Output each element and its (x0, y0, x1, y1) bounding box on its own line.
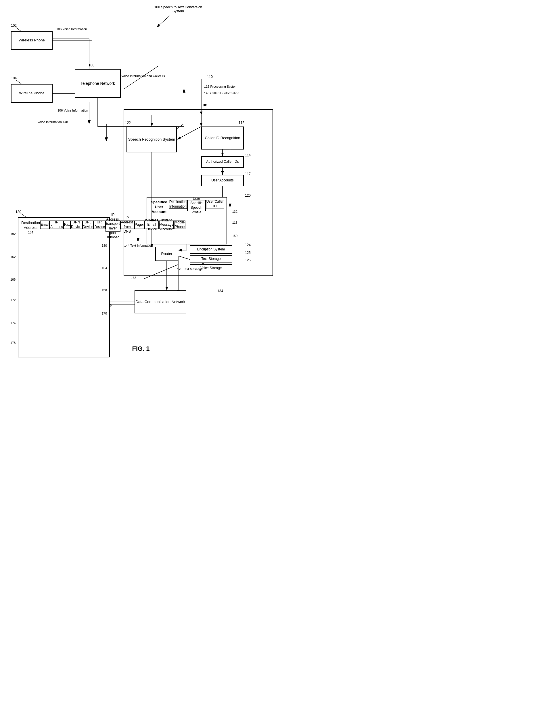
ref-117: 117 (245, 172, 251, 176)
ref-125: 125 (245, 251, 251, 255)
caller-id-recognition-box: Caller ID Recognition (201, 127, 244, 150)
svg-line-23 (21, 213, 26, 217)
ref-112: 112 (239, 121, 244, 125)
authorized-caller-ids-box: Authorized Caller IDs (201, 156, 244, 168)
data-communication-network-box: Data Communication Network (135, 290, 186, 313)
ref-122: 122 (125, 121, 131, 125)
ref-126: 126 (245, 258, 251, 262)
ref-118: 118 (232, 221, 237, 225)
ref-182: 182 (10, 232, 16, 236)
voice-info-caller-id-label: Voice Information and Caller ID (121, 74, 165, 78)
ref-130: 130 (16, 210, 21, 214)
ip-dns-box: IP Address from DNS (120, 221, 134, 229)
urn-device-box: URN Device (70, 221, 82, 229)
pager-box: Pager (134, 221, 145, 229)
ip-address-box: IP Address (50, 221, 64, 229)
encription-system-box: Encription System (190, 245, 232, 254)
router-box: Router (155, 247, 178, 261)
ref-134: 134 (217, 289, 223, 293)
mobile-phone-box: Mobile Phone (174, 221, 185, 229)
ref-124: 124 (245, 243, 251, 247)
user-accounts-box: User Accounts (201, 175, 244, 186)
instant-message-box: Instant Message Account (159, 221, 174, 229)
ip-transport-box: IP Address, transport layer port number (106, 221, 120, 232)
url-device-box: URL Device (82, 221, 94, 229)
voice-info-106-label-lower: 106 Voice Information (57, 109, 88, 112)
caller-id-info-label: 146 Caller ID Information (204, 91, 239, 95)
ref-132: 132 (232, 210, 237, 214)
wireless-email-box: Wireless Email Device (145, 221, 159, 229)
user-caller-id-box: User Caller ID (206, 200, 224, 208)
ref-104: 104 (11, 76, 17, 80)
ref-180: 180 (102, 244, 107, 248)
ref-102: 102 (11, 24, 17, 28)
ref-164: 164 (102, 266, 107, 270)
voice-info-106-label-upper: 106 Voice Information (56, 27, 87, 31)
ref-120: 120 (245, 194, 251, 198)
uri-device-box: URI Device (94, 221, 106, 229)
destination-address-box: Destination Address 184 182 Email 180 IP… (18, 217, 110, 357)
ref-170: 170 (102, 311, 107, 315)
text-message-128-label: 128 Text Message (177, 267, 203, 271)
ref-162: 162 (10, 255, 16, 259)
wireless-phone-box: Wireless Phone (11, 31, 53, 50)
user-specific-speech-profile-box: User Specific Speech Profile (187, 200, 206, 211)
voice-info-148-label: Voice Information 148 (37, 120, 68, 124)
ref-114: 114 (245, 153, 251, 157)
destination-information-box: Destination Information (169, 200, 187, 209)
speech-recognition-box: Speech Recognition System (126, 127, 177, 152)
ref-150: 150 (232, 234, 237, 238)
ref-110: 110 (207, 75, 213, 79)
fig-label: FIG. 1 (101, 345, 181, 352)
ref-166: 166 (10, 277, 16, 281)
text-storage-box: Text Storage (190, 255, 232, 263)
ref-136-label: 136 (131, 276, 136, 279)
system-label: 100 Speech to Text Conversion System (149, 5, 207, 13)
ref-172: 172 (10, 298, 16, 302)
ref-174: 174 (10, 321, 16, 325)
text-info-144-label: 144 Text Information (124, 244, 153, 247)
svg-line-9 (16, 80, 22, 84)
telephone-network-box: Telephone Network (75, 69, 121, 98)
ref-168: 168 (102, 288, 107, 292)
wireline-phone-box: Wireline Phone (11, 84, 53, 103)
ref-178: 178 (10, 341, 16, 345)
svg-line-6 (157, 16, 170, 27)
svg-line-1 (124, 66, 158, 89)
fax-box: Fax (64, 221, 70, 229)
email-box: Email (40, 221, 50, 229)
processing-system-label: 116 Processing System (204, 85, 237, 88)
ref-108: 108 (89, 63, 94, 67)
